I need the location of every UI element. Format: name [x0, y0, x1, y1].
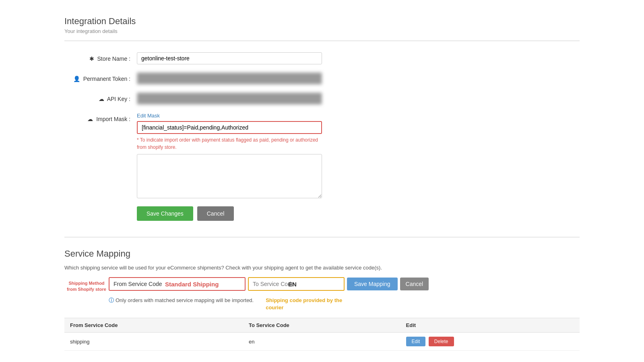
from-service-input[interactable]	[109, 277, 246, 291]
to-code-cell: en	[243, 333, 400, 351]
only-orders-note: ⓘ Only orders with matched service mappi…	[109, 297, 254, 304]
service-mapping-section: Service Mapping Which shipping service w…	[64, 237, 580, 351]
divider-service	[64, 237, 580, 237]
permanent-token-input[interactable]	[137, 72, 322, 84]
service-mapping-title: Service Mapping	[64, 249, 580, 259]
save-mapping-button[interactable]: Save Mapping	[347, 278, 398, 290]
edit-cell: Edit Delete	[400, 333, 580, 351]
table-body: shipping en Edit Delete	[64, 333, 580, 351]
edit-row-button[interactable]: Edit	[406, 337, 426, 346]
permanent-token-group: 👤 Permanent Token :	[64, 72, 580, 84]
cloud-icon2: ☁	[87, 116, 93, 122]
to-service-input[interactable]	[248, 277, 345, 291]
mapping-table: From Service Code To Service Code Edit s…	[64, 318, 580, 351]
save-changes-button[interactable]: Save Changes	[137, 206, 193, 221]
edit-mask-link[interactable]: Edit Mask	[137, 113, 322, 119]
courier-note: Shipping code provided by thecourier	[266, 297, 342, 311]
import-hint: * To indicate import order with payment …	[137, 136, 322, 151]
import-mask-textarea[interactable]	[137, 154, 322, 198]
store-name-label: ✱ Store Name :	[64, 52, 137, 62]
import-mask-container: Edit Mask * To indicate import order wit…	[137, 113, 322, 198]
info-icon: ⓘ	[109, 297, 114, 304]
table-row: shipping en Edit Delete	[64, 333, 580, 351]
person-icon: 👤	[73, 76, 80, 82]
required-star: ✱	[89, 56, 94, 62]
shipping-method-wrapper: Shipping Methodfrom Shopify store Standa…	[64, 277, 580, 293]
table-header-row: From Service Code To Service Code Edit	[64, 318, 580, 333]
service-inputs-row: Standard Shipping EN Save Mapping Cancel	[109, 277, 429, 291]
cancel-button[interactable]: Cancel	[197, 206, 234, 221]
section-title: Integration Details	[64, 16, 580, 27]
store-name-group: ✱ Store Name :	[64, 52, 580, 64]
import-mask-group: ☁ Import Mask : Edit Mask * To indicate …	[64, 113, 580, 198]
api-key-label: ☁ API Key :	[64, 93, 137, 102]
divider-top	[64, 41, 580, 41]
import-mask-label: ☁ Import Mask :	[64, 113, 137, 122]
section-subtitle: Your integration details	[64, 28, 580, 34]
info-row: ⓘ Only orders with matched service mappi…	[109, 297, 580, 311]
shipping-method-label: Shipping Methodfrom Shopify store	[64, 277, 109, 293]
permanent-token-label: 👤 Permanent Token :	[64, 72, 137, 82]
col-edit: Edit	[400, 318, 580, 333]
api-key-group: ☁ API Key :	[64, 93, 580, 105]
import-mask-input[interactable]	[137, 121, 322, 134]
form-buttons: Save Changes Cancel	[137, 206, 580, 221]
col-to-service: To Service Code	[243, 318, 400, 333]
from-code-cell: shipping	[64, 333, 243, 351]
service-mapping-desc: Which shipping service will be used for …	[64, 265, 580, 271]
cloud-icon1: ☁	[99, 96, 104, 102]
store-name-input[interactable]	[137, 52, 322, 64]
delete-row-button[interactable]: Delete	[429, 337, 454, 346]
cancel-mapping-button[interactable]: Cancel	[400, 278, 429, 290]
api-key-input[interactable]	[137, 93, 322, 105]
col-from-service: From Service Code	[64, 318, 243, 333]
